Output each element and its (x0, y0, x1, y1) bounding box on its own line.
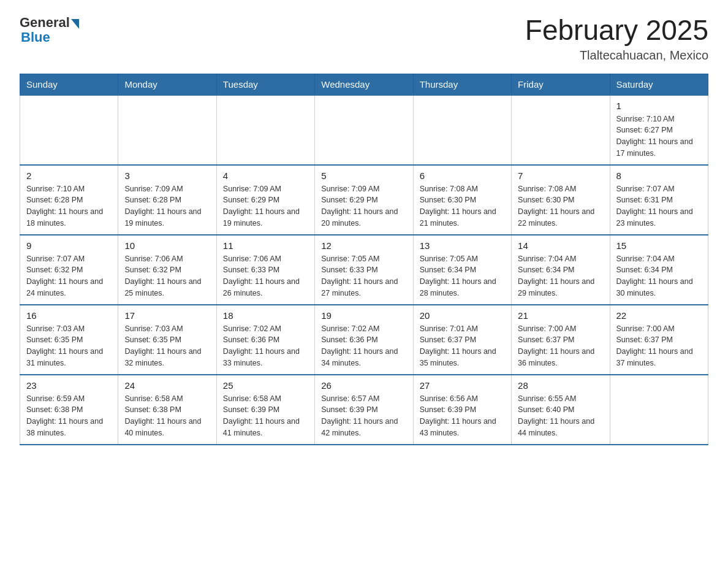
day-info: Sunrise: 7:09 AMSunset: 6:29 PMDaylight:… (321, 183, 406, 229)
calendar-cell: 19Sunrise: 7:02 AMSunset: 6:36 PMDayligh… (315, 305, 413, 375)
day-info: Sunrise: 6:56 AMSunset: 6:39 PMDaylight:… (420, 393, 505, 439)
calendar-cell (118, 95, 216, 165)
calendar-cell: 22Sunrise: 7:00 AMSunset: 6:37 PMDayligh… (610, 305, 708, 375)
calendar-table: SundayMondayTuesdayWednesdayThursdayFrid… (20, 74, 708, 445)
weekday-header-thursday: Thursday (413, 74, 511, 95)
calendar-cell: 16Sunrise: 7:03 AMSunset: 6:35 PMDayligh… (20, 305, 118, 375)
day-info: Sunrise: 7:05 AMSunset: 6:34 PMDaylight:… (420, 253, 505, 299)
day-number: 16 (26, 310, 112, 321)
weekday-header-tuesday: Tuesday (216, 74, 314, 95)
day-info: Sunrise: 6:57 AMSunset: 6:39 PMDaylight:… (321, 393, 406, 439)
day-info: Sunrise: 7:07 AMSunset: 6:31 PMDaylight:… (616, 183, 702, 229)
day-number: 1 (616, 101, 702, 111)
calendar-cell: 23Sunrise: 6:59 AMSunset: 6:38 PMDayligh… (20, 375, 118, 445)
calendar-cell: 4Sunrise: 7:09 AMSunset: 6:29 PMDaylight… (216, 165, 314, 235)
day-info: Sunrise: 7:10 AMSunset: 6:28 PMDaylight:… (26, 183, 112, 229)
weekday-header-monday: Monday (118, 74, 216, 95)
calendar-cell: 10Sunrise: 7:06 AMSunset: 6:32 PMDayligh… (118, 235, 216, 305)
day-number: 11 (223, 240, 308, 251)
day-info: Sunrise: 7:08 AMSunset: 6:30 PMDaylight:… (518, 183, 603, 229)
day-info: Sunrise: 7:09 AMSunset: 6:29 PMDaylight:… (223, 183, 308, 229)
calendar-cell (610, 375, 708, 445)
day-info: Sunrise: 7:10 AMSunset: 6:27 PMDaylight:… (616, 113, 702, 159)
calendar-week-row: 16Sunrise: 7:03 AMSunset: 6:35 PMDayligh… (20, 305, 708, 375)
day-info: Sunrise: 6:59 AMSunset: 6:38 PMDaylight:… (26, 393, 112, 439)
calendar-cell: 28Sunrise: 6:55 AMSunset: 6:40 PMDayligh… (512, 375, 610, 445)
day-number: 21 (518, 310, 603, 321)
day-number: 8 (616, 170, 702, 181)
logo-blue-text: Blue (21, 29, 79, 45)
calendar-cell (413, 95, 511, 165)
day-number: 24 (124, 380, 210, 391)
calendar-cell: 18Sunrise: 7:02 AMSunset: 6:36 PMDayligh… (216, 305, 314, 375)
day-info: Sunrise: 7:03 AMSunset: 6:35 PMDaylight:… (26, 323, 112, 369)
day-number: 2 (26, 170, 112, 181)
day-info: Sunrise: 7:02 AMSunset: 6:36 PMDaylight:… (223, 323, 308, 369)
weekday-header-wednesday: Wednesday (315, 74, 413, 95)
calendar-cell: 14Sunrise: 7:04 AMSunset: 6:34 PMDayligh… (512, 235, 610, 305)
day-number: 4 (223, 170, 308, 181)
logo-arrow-icon (71, 19, 79, 29)
day-number: 12 (321, 240, 406, 251)
day-info: Sunrise: 7:08 AMSunset: 6:30 PMDaylight:… (420, 183, 505, 229)
day-info: Sunrise: 7:06 AMSunset: 6:33 PMDaylight:… (223, 253, 308, 299)
day-number: 13 (420, 240, 505, 251)
day-number: 9 (26, 240, 112, 251)
day-number: 15 (616, 240, 702, 251)
calendar-cell: 17Sunrise: 7:03 AMSunset: 6:35 PMDayligh… (118, 305, 216, 375)
location-text: Tlaltecahuacan, Mexico (525, 48, 708, 63)
calendar-cell: 5Sunrise: 7:09 AMSunset: 6:29 PMDaylight… (315, 165, 413, 235)
calendar-cell: 24Sunrise: 6:58 AMSunset: 6:38 PMDayligh… (118, 375, 216, 445)
day-info: Sunrise: 6:58 AMSunset: 6:38 PMDaylight:… (124, 393, 210, 439)
calendar-cell: 8Sunrise: 7:07 AMSunset: 6:31 PMDaylight… (610, 165, 708, 235)
calendar-cell: 2Sunrise: 7:10 AMSunset: 6:28 PMDaylight… (20, 165, 118, 235)
day-info: Sunrise: 7:04 AMSunset: 6:34 PMDaylight:… (616, 253, 702, 299)
calendar-week-row: 2Sunrise: 7:10 AMSunset: 6:28 PMDaylight… (20, 165, 708, 235)
calendar-cell: 7Sunrise: 7:08 AMSunset: 6:30 PMDaylight… (512, 165, 610, 235)
logo-general-text: General (20, 15, 70, 31)
calendar-cell: 27Sunrise: 6:56 AMSunset: 6:39 PMDayligh… (413, 375, 511, 445)
page-header: General Blue February 2025 Tlaltecahuaca… (20, 15, 708, 63)
day-info: Sunrise: 7:04 AMSunset: 6:34 PMDaylight:… (518, 253, 603, 299)
weekday-header-saturday: Saturday (610, 74, 708, 95)
day-number: 3 (124, 170, 210, 181)
day-number: 10 (124, 240, 210, 251)
calendar-cell (315, 95, 413, 165)
day-number: 14 (518, 240, 603, 251)
day-info: Sunrise: 7:06 AMSunset: 6:32 PMDaylight:… (124, 253, 210, 299)
day-number: 27 (420, 380, 505, 391)
day-number: 18 (223, 310, 308, 321)
day-number: 25 (223, 380, 308, 391)
calendar-cell: 21Sunrise: 7:00 AMSunset: 6:37 PMDayligh… (512, 305, 610, 375)
calendar-header-row: SundayMondayTuesdayWednesdayThursdayFrid… (20, 74, 708, 95)
day-info: Sunrise: 7:00 AMSunset: 6:37 PMDaylight:… (518, 323, 603, 369)
day-info: Sunrise: 6:58 AMSunset: 6:39 PMDaylight:… (223, 393, 308, 439)
day-info: Sunrise: 7:05 AMSunset: 6:33 PMDaylight:… (321, 253, 406, 299)
calendar-cell: 6Sunrise: 7:08 AMSunset: 6:30 PMDaylight… (413, 165, 511, 235)
title-section: February 2025 Tlaltecahuacan, Mexico (525, 15, 708, 63)
calendar-cell: 1Sunrise: 7:10 AMSunset: 6:27 PMDaylight… (610, 95, 708, 165)
calendar-cell: 25Sunrise: 6:58 AMSunset: 6:39 PMDayligh… (216, 375, 314, 445)
day-info: Sunrise: 6:55 AMSunset: 6:40 PMDaylight:… (518, 393, 603, 439)
day-number: 22 (616, 310, 702, 321)
day-info: Sunrise: 7:01 AMSunset: 6:37 PMDaylight:… (420, 323, 505, 369)
day-number: 6 (420, 170, 505, 181)
calendar-cell: 20Sunrise: 7:01 AMSunset: 6:37 PMDayligh… (413, 305, 511, 375)
day-number: 19 (321, 310, 406, 321)
calendar-cell: 15Sunrise: 7:04 AMSunset: 6:34 PMDayligh… (610, 235, 708, 305)
calendar-cell (216, 95, 314, 165)
day-number: 28 (518, 380, 603, 391)
day-info: Sunrise: 7:09 AMSunset: 6:28 PMDaylight:… (124, 183, 210, 229)
calendar-cell: 9Sunrise: 7:07 AMSunset: 6:32 PMDaylight… (20, 235, 118, 305)
calendar-week-row: 23Sunrise: 6:59 AMSunset: 6:38 PMDayligh… (20, 375, 708, 445)
day-info: Sunrise: 7:02 AMSunset: 6:36 PMDaylight:… (321, 323, 406, 369)
calendar-cell: 11Sunrise: 7:06 AMSunset: 6:33 PMDayligh… (216, 235, 314, 305)
logo: General Blue (20, 15, 79, 45)
calendar-cell: 26Sunrise: 6:57 AMSunset: 6:39 PMDayligh… (315, 375, 413, 445)
weekday-header-friday: Friday (512, 74, 610, 95)
calendar-cell: 3Sunrise: 7:09 AMSunset: 6:28 PMDaylight… (118, 165, 216, 235)
calendar-week-row: 9Sunrise: 7:07 AMSunset: 6:32 PMDaylight… (20, 235, 708, 305)
month-title: February 2025 (525, 15, 708, 46)
calendar-cell: 13Sunrise: 7:05 AMSunset: 6:34 PMDayligh… (413, 235, 511, 305)
day-number: 26 (321, 380, 406, 391)
